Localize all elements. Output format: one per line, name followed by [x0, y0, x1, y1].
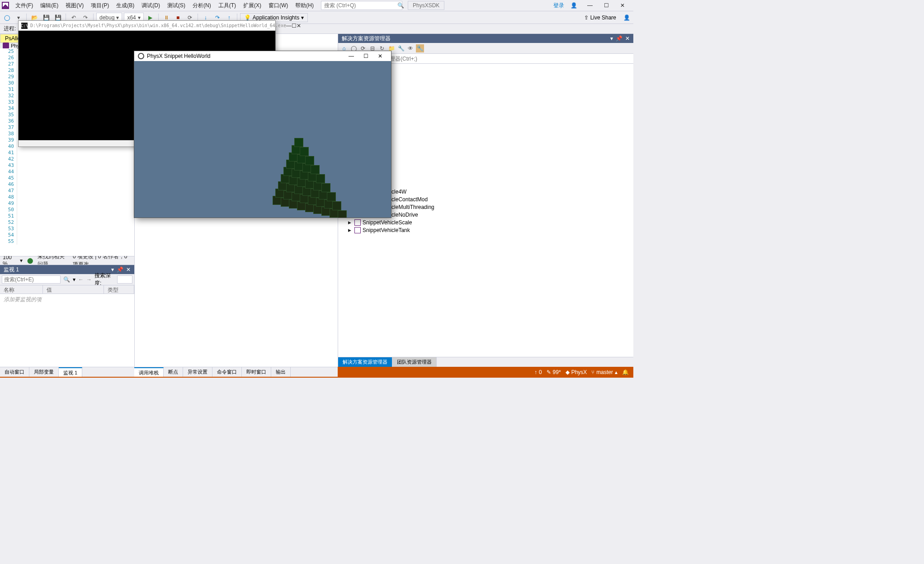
search-dropdown-icon[interactable]: ▾ [73, 276, 75, 283]
menu-edit[interactable]: 编辑(E) [37, 0, 62, 11]
console-close-button[interactable]: ✕ [297, 21, 301, 30]
user-icon[interactable]: 👤 [570, 2, 577, 9]
tab-exceptions[interactable]: 异常设置 [183, 367, 212, 377]
cpp-file-icon [3, 43, 9, 49]
chevron-down-icon: ▾ [116, 14, 119, 21]
watch-search-row: 🔍 ▾ ← → 搜索深度: [0, 274, 134, 285]
menu-debug[interactable]: 调试(D) [138, 0, 164, 11]
console-title-bar[interactable]: C:\ D:\Programs\Projects\Myself\PhysX\ph… [19, 21, 275, 31]
menu-window[interactable]: 窗口(W) [265, 0, 292, 11]
solution-explorer-title[interactable]: 解决方案资源管理器 ▾ 📌 ✕ [338, 34, 633, 43]
panel-pin-icon[interactable]: 📌 [616, 35, 622, 42]
branch-icon: ⑂ [591, 369, 594, 375]
chevron-down-icon: ▾ [138, 14, 141, 21]
panel-dropdown-icon[interactable]: ▾ [610, 35, 613, 42]
share-icon: ⇪ [584, 14, 589, 21]
tab-autos[interactable]: 自动窗口 [0, 367, 29, 377]
physx-render-window[interactable]: PhysX Snippet HelloWorld — ☐ ✕ [134, 51, 391, 218]
menu-view[interactable]: 视图(V) [62, 0, 87, 11]
menu-project[interactable]: 项目(P) [87, 0, 113, 11]
rendered-pyramid [250, 123, 349, 218]
solution-bottom-tabs: 解决方案资源管理器 团队资源管理器 [338, 357, 633, 367]
window-close-button[interactable]: ✕ [617, 1, 628, 10]
nav-back-button[interactable]: ◯ [2, 13, 12, 23]
chevron-up-icon: ▴ [615, 369, 618, 375]
sign-in-link[interactable]: 登录 [551, 1, 567, 10]
left-bottom-tabs: 自动窗口 局部变量 监视 1 [0, 367, 134, 377]
console-path: D:\Programs\Projects\Myself\PhysX\physx\… [30, 23, 286, 28]
col-value[interactable]: 值 [43, 285, 104, 294]
console-maximize-button[interactable]: ☐ [292, 21, 297, 30]
watch-search-input[interactable] [2, 275, 61, 284]
tab-output[interactable]: 输出 [271, 367, 291, 377]
status-upload[interactable]: ↑ 0 [534, 369, 542, 375]
menu-file[interactable]: 文件(F) [12, 0, 37, 11]
problems-ok-icon: ⬤ [27, 257, 33, 264]
properties-icon[interactable]: 🔧 [397, 44, 405, 52]
status-notifications[interactable]: 🔔 [622, 369, 629, 375]
preview-icon[interactable]: 👁 [406, 44, 415, 52]
tab-locals[interactable]: 局部变量 [29, 367, 59, 377]
console-minimize-button[interactable]: — [286, 21, 292, 30]
tab-breakpoints[interactable]: 断点 [164, 367, 183, 377]
gl-title-bar[interactable]: PhysX Snippet HelloWorld — ☐ ✕ [134, 51, 391, 61]
status-branch[interactable]: ⑂ master ▴ [591, 369, 618, 375]
gl-maximize-button[interactable]: ☐ [358, 52, 373, 61]
tab-command[interactable]: 命令窗口 [212, 367, 242, 377]
watch-body[interactable]: 添加要监视的项 [0, 294, 134, 367]
menu-tools[interactable]: 工具(T) [215, 0, 240, 11]
menu-test[interactable]: 测试(S) [164, 0, 189, 11]
panel-close-icon[interactable]: ✕ [625, 35, 630, 42]
zoom-dropdown-icon[interactable]: ▾ [20, 257, 23, 264]
nav-next-icon[interactable]: → [86, 276, 92, 283]
tree-item[interactable]: ▶SnippetVehicleScale [338, 218, 633, 226]
console-icon: C:\ [21, 23, 28, 29]
chevron-down-icon: ▾ [301, 14, 304, 21]
wrench-icon[interactable]: 🔧 [416, 44, 424, 52]
process-label: 进程: [4, 25, 16, 33]
status-edits[interactable]: ✎ 99* [547, 369, 561, 375]
upload-icon: ↑ [534, 369, 537, 375]
line-number-gutter: 2526272829303132333435363738394041424344… [0, 48, 17, 245]
live-share-button[interactable]: ⇪ Live Share [580, 14, 620, 22]
gl-viewport[interactable] [134, 61, 391, 218]
search-icon[interactable]: 🔍 [395, 2, 407, 9]
tree-item[interactable]: ▶SnippetVehicleTank [338, 226, 633, 234]
window-maximize-button[interactable]: ☐ [601, 1, 612, 10]
quick-search-input[interactable] [321, 2, 395, 9]
feedback-button[interactable]: 👤 [622, 13, 632, 23]
panel-pin-icon[interactable]: 📌 [117, 266, 123, 273]
pencil-icon: ✎ [547, 369, 551, 375]
tab-team-explorer[interactable]: 团队资源管理器 [392, 357, 437, 367]
nav-prev-icon[interactable]: ← [78, 276, 84, 283]
window-minimize-button[interactable]: — [585, 1, 595, 10]
vs-logo-icon [2, 2, 9, 9]
depth-input[interactable] [117, 275, 132, 284]
tab-immediate[interactable]: 即时窗口 [242, 367, 271, 377]
menu-build[interactable]: 生成(B) [113, 0, 138, 11]
tab-watch1[interactable]: 监视 1 [59, 367, 82, 377]
menu-analyze[interactable]: 分析(N) [189, 0, 215, 11]
lightbulb-icon: 💡 [244, 14, 251, 21]
gl-app-icon [138, 53, 144, 59]
editor-status-row: 100 % ▾ ⬤ 未找到相关问题 0 项更改 | 0 名作者，0 项更改 [0, 256, 134, 265]
main-menu-bar: 文件(F) 编辑(E) 视图(V) 项目(P) 生成(B) 调试(D) 测试(S… [0, 0, 633, 11]
tab-solution-explorer[interactable]: 解决方案资源管理器 [338, 357, 392, 367]
menu-help[interactable]: 帮助(H) [292, 0, 317, 11]
panel-close-icon[interactable]: ✕ [126, 266, 131, 273]
repo-icon: ◆ [566, 369, 570, 375]
mid-bottom-tabs: 调用堆栈 断点 异常设置 命令窗口 即时窗口 输出 [134, 367, 338, 377]
col-name[interactable]: 名称 [0, 285, 43, 294]
tab-callstack[interactable]: 调用堆栈 [134, 367, 164, 377]
menu-extensions[interactable]: 扩展(X) [240, 0, 265, 11]
search-icon[interactable]: 🔍 [63, 276, 70, 283]
col-type[interactable]: 类型 [104, 285, 134, 294]
watch-panel: 监视 1 ▾ 📌 ✕ 🔍 ▾ ← → 搜索深度: 名称 值 类型 [0, 265, 134, 367]
status-project[interactable]: ◆ PhysX [566, 369, 587, 375]
quick-search-box[interactable]: 🔍 [321, 1, 402, 10]
gl-title-text: PhysX Snippet HelloWorld [147, 53, 344, 59]
gl-close-button[interactable]: ✕ [373, 52, 387, 61]
gl-minimize-button[interactable]: — [344, 52, 358, 61]
watch-column-headers: 名称 值 类型 [0, 285, 134, 294]
solution-name-label: PhysXSDK [408, 1, 444, 10]
